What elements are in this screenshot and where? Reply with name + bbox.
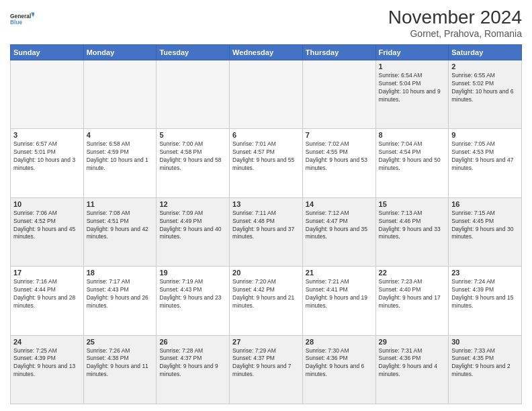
day-info: Sunrise: 7:15 AM Sunset: 4:45 PM Dayligh… xyxy=(451,210,519,242)
calendar-cell-w4-d1: 18Sunrise: 7:17 AM Sunset: 4:43 PM Dayli… xyxy=(83,267,157,335)
calendar-cell-w4-d2: 19Sunrise: 7:19 AM Sunset: 4:43 PM Dayli… xyxy=(157,267,230,335)
day-info: Sunrise: 7:25 AM Sunset: 4:39 PM Dayligh… xyxy=(13,347,81,379)
calendar-cell-w2-d0: 3Sunrise: 6:57 AM Sunset: 5:01 PM Daylig… xyxy=(11,129,84,197)
header-friday: Friday xyxy=(375,45,449,60)
calendar-cell-w5-d3: 27Sunrise: 7:29 AM Sunset: 4:37 PM Dayli… xyxy=(230,335,303,404)
header-monday: Monday xyxy=(83,45,157,60)
day-number: 10 xyxy=(13,200,81,208)
day-info: Sunrise: 7:21 AM Sunset: 4:41 PM Dayligh… xyxy=(306,278,373,310)
day-number: 9 xyxy=(451,131,519,139)
day-info: Sunrise: 7:16 AM Sunset: 4:44 PM Dayligh… xyxy=(13,278,81,310)
day-number: 26 xyxy=(159,338,226,346)
calendar-cell-w5-d0: 24Sunrise: 7:25 AM Sunset: 4:39 PM Dayli… xyxy=(11,335,84,404)
header-tuesday: Tuesday xyxy=(157,45,230,60)
header-saturday: Saturday xyxy=(449,45,522,60)
day-info: Sunrise: 7:29 AM Sunset: 4:37 PM Dayligh… xyxy=(232,347,300,379)
week-row-4: 17Sunrise: 7:16 AM Sunset: 4:44 PM Dayli… xyxy=(11,267,522,335)
day-number: 3 xyxy=(13,131,81,139)
calendar-cell-w4-d6: 23Sunrise: 7:24 AM Sunset: 4:39 PM Dayli… xyxy=(449,267,522,335)
calendar-body: 1Sunrise: 6:54 AM Sunset: 5:04 PM Daylig… xyxy=(11,60,522,404)
day-info: Sunrise: 7:05 AM Sunset: 4:53 PM Dayligh… xyxy=(451,140,519,173)
calendar-cell-w3-d4: 14Sunrise: 7:12 AM Sunset: 4:47 PM Dayli… xyxy=(302,197,375,266)
day-info: Sunrise: 7:01 AM Sunset: 4:57 PM Dayligh… xyxy=(232,140,300,173)
calendar-cell-w1-d0 xyxy=(11,60,84,129)
logo-svg: General Blue xyxy=(10,7,34,31)
calendar: Sunday Monday Tuesday Wednesday Thursday… xyxy=(10,44,522,404)
day-number: 24 xyxy=(13,338,81,346)
calendar-cell-w4-d0: 17Sunrise: 7:16 AM Sunset: 4:44 PM Dayli… xyxy=(11,267,84,335)
svg-marker-2 xyxy=(31,12,34,17)
calendar-cell-w2-d2: 5Sunrise: 7:00 AM Sunset: 4:58 PM Daylig… xyxy=(157,129,230,197)
day-number: 19 xyxy=(159,269,226,277)
day-number: 18 xyxy=(87,269,154,277)
day-info: Sunrise: 7:23 AM Sunset: 4:40 PM Dayligh… xyxy=(379,278,446,310)
day-number: 25 xyxy=(87,338,154,346)
day-number: 11 xyxy=(87,200,154,208)
calendar-cell-w3-d5: 15Sunrise: 7:13 AM Sunset: 4:46 PM Dayli… xyxy=(375,197,449,266)
weekday-header-row: Sunday Monday Tuesday Wednesday Thursday… xyxy=(11,45,522,60)
day-number: 28 xyxy=(306,338,373,346)
header-wednesday: Wednesday xyxy=(230,45,303,60)
calendar-cell-w5-d6: 30Sunrise: 7:33 AM Sunset: 4:35 PM Dayli… xyxy=(449,335,522,404)
week-row-3: 10Sunrise: 7:06 AM Sunset: 4:52 PM Dayli… xyxy=(11,197,522,266)
day-number: 4 xyxy=(87,131,154,139)
day-info: Sunrise: 7:12 AM Sunset: 4:47 PM Dayligh… xyxy=(306,210,373,242)
day-number: 5 xyxy=(159,131,226,139)
day-number: 2 xyxy=(451,62,519,71)
calendar-cell-w1-d3 xyxy=(230,60,303,129)
calendar-cell-w1-d6: 2Sunrise: 6:55 AM Sunset: 5:02 PM Daylig… xyxy=(449,60,522,129)
day-info: Sunrise: 7:30 AM Sunset: 4:36 PM Dayligh… xyxy=(306,347,373,379)
day-number: 8 xyxy=(379,131,446,139)
day-info: Sunrise: 7:04 AM Sunset: 4:54 PM Dayligh… xyxy=(379,140,446,173)
day-number: 12 xyxy=(159,200,226,208)
calendar-cell-w4-d3: 20Sunrise: 7:20 AM Sunset: 4:42 PM Dayli… xyxy=(230,267,303,335)
week-row-5: 24Sunrise: 7:25 AM Sunset: 4:39 PM Dayli… xyxy=(11,335,522,404)
day-number: 1 xyxy=(379,62,446,71)
day-info: Sunrise: 7:17 AM Sunset: 4:43 PM Dayligh… xyxy=(87,278,154,310)
day-info: Sunrise: 7:11 AM Sunset: 4:48 PM Dayligh… xyxy=(232,210,300,242)
day-number: 22 xyxy=(379,269,446,277)
page: General Blue November 2024 Gornet, Praho… xyxy=(0,0,532,411)
day-number: 30 xyxy=(451,338,519,346)
day-number: 27 xyxy=(232,338,300,346)
svg-text:Blue: Blue xyxy=(10,19,23,26)
calendar-cell-w5-d2: 26Sunrise: 7:28 AM Sunset: 4:37 PM Dayli… xyxy=(157,335,230,404)
day-info: Sunrise: 7:00 AM Sunset: 4:58 PM Dayligh… xyxy=(159,140,226,173)
calendar-cell-w3-d0: 10Sunrise: 7:06 AM Sunset: 4:52 PM Dayli… xyxy=(11,197,84,266)
day-info: Sunrise: 7:06 AM Sunset: 4:52 PM Dayligh… xyxy=(13,210,81,242)
calendar-cell-w2-d1: 4Sunrise: 6:58 AM Sunset: 4:59 PM Daylig… xyxy=(83,129,157,197)
calendar-cell-w4-d5: 22Sunrise: 7:23 AM Sunset: 4:40 PM Dayli… xyxy=(375,267,449,335)
day-info: Sunrise: 7:19 AM Sunset: 4:43 PM Dayligh… xyxy=(159,278,226,310)
day-number: 7 xyxy=(306,131,373,139)
day-info: Sunrise: 6:55 AM Sunset: 5:02 PM Dayligh… xyxy=(451,72,519,104)
day-number: 21 xyxy=(306,269,373,277)
day-number: 6 xyxy=(232,131,300,139)
calendar-cell-w4-d4: 21Sunrise: 7:21 AM Sunset: 4:41 PM Dayli… xyxy=(302,267,375,335)
day-number: 17 xyxy=(13,269,81,277)
day-number: 13 xyxy=(232,200,300,208)
calendar-cell-w3-d3: 13Sunrise: 7:11 AM Sunset: 4:48 PM Dayli… xyxy=(230,197,303,266)
day-number: 14 xyxy=(306,200,373,208)
day-info: Sunrise: 7:28 AM Sunset: 4:37 PM Dayligh… xyxy=(159,347,226,379)
day-info: Sunrise: 7:33 AM Sunset: 4:35 PM Dayligh… xyxy=(451,347,519,379)
header-sunday: Sunday xyxy=(11,45,84,60)
day-info: Sunrise: 6:54 AM Sunset: 5:04 PM Dayligh… xyxy=(379,72,446,104)
header-thursday: Thursday xyxy=(302,45,375,60)
day-number: 29 xyxy=(379,338,446,346)
svg-text:General: General xyxy=(10,13,31,19)
calendar-cell-w3-d2: 12Sunrise: 7:09 AM Sunset: 4:49 PM Dayli… xyxy=(157,197,230,266)
week-row-2: 3Sunrise: 6:57 AM Sunset: 5:01 PM Daylig… xyxy=(11,129,522,197)
day-info: Sunrise: 7:02 AM Sunset: 4:55 PM Dayligh… xyxy=(306,140,373,173)
calendar-cell-w1-d4 xyxy=(302,60,375,129)
day-info: Sunrise: 7:26 AM Sunset: 4:38 PM Dayligh… xyxy=(87,347,154,379)
title-section: November 2024 Gornet, Prahova, Romania xyxy=(388,7,522,39)
day-info: Sunrise: 7:09 AM Sunset: 4:49 PM Dayligh… xyxy=(159,210,226,242)
calendar-cell-w1-d1 xyxy=(83,60,157,129)
calendar-cell-w3-d1: 11Sunrise: 7:08 AM Sunset: 4:51 PM Dayli… xyxy=(83,197,157,266)
week-row-1: 1Sunrise: 6:54 AM Sunset: 5:04 PM Daylig… xyxy=(11,60,522,129)
day-info: Sunrise: 6:58 AM Sunset: 4:59 PM Dayligh… xyxy=(87,140,154,173)
calendar-cell-w2-d3: 6Sunrise: 7:01 AM Sunset: 4:57 PM Daylig… xyxy=(230,129,303,197)
location-subtitle: Gornet, Prahova, Romania xyxy=(388,28,522,39)
day-number: 16 xyxy=(451,200,519,208)
day-number: 20 xyxy=(232,269,300,277)
